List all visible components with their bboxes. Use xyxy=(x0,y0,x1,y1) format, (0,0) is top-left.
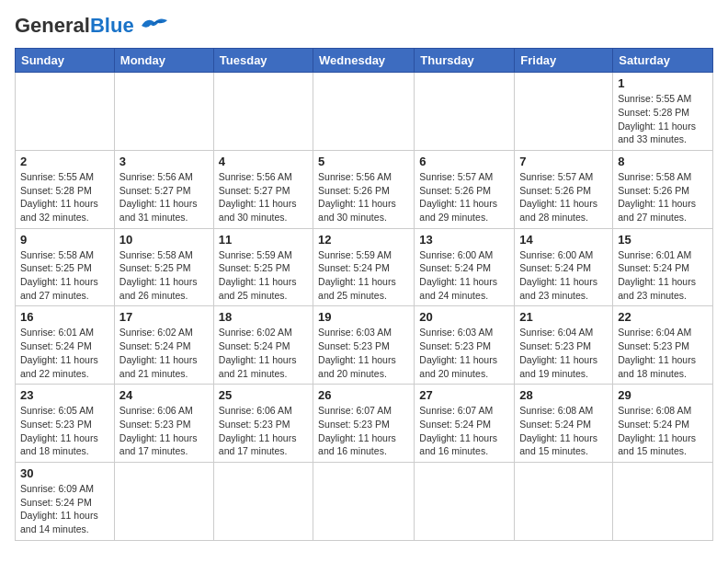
calendar-cell xyxy=(515,73,613,151)
calendar-cell: 9Sunrise: 5:58 AM Sunset: 5:25 PM Daylig… xyxy=(16,228,115,306)
day-info: Sunrise: 6:04 AM Sunset: 5:23 PM Dayligh… xyxy=(519,326,608,380)
calendar-cell: 14Sunrise: 6:00 AM Sunset: 5:24 PM Dayli… xyxy=(515,228,613,306)
day-header-thursday: Thursday xyxy=(415,49,515,73)
logo-text-blue: Blue xyxy=(90,14,134,37)
calendar-cell xyxy=(613,462,713,540)
logo: GeneralBlue xyxy=(15,15,171,37)
calendar-week-row: 23Sunrise: 6:05 AM Sunset: 5:23 PM Dayli… xyxy=(16,385,713,463)
calendar-cell: 23Sunrise: 6:05 AM Sunset: 5:23 PM Dayli… xyxy=(16,385,115,463)
day-info: Sunrise: 6:05 AM Sunset: 5:23 PM Dayligh… xyxy=(20,404,109,458)
calendar-week-row: 30Sunrise: 6:09 AM Sunset: 5:24 PM Dayli… xyxy=(16,462,713,540)
calendar-cell: 3Sunrise: 5:56 AM Sunset: 5:27 PM Daylig… xyxy=(114,150,213,228)
calendar-cell: 1Sunrise: 5:55 AM Sunset: 5:28 PM Daylig… xyxy=(613,73,713,151)
calendar-cell: 30Sunrise: 6:09 AM Sunset: 5:24 PM Dayli… xyxy=(16,462,115,540)
calendar-cell: 24Sunrise: 6:06 AM Sunset: 5:23 PM Dayli… xyxy=(114,385,213,463)
day-info: Sunrise: 5:57 AM Sunset: 5:26 PM Dayligh… xyxy=(419,170,509,224)
calendar-week-row: 1Sunrise: 5:55 AM Sunset: 5:28 PM Daylig… xyxy=(16,73,713,151)
calendar-cell xyxy=(415,462,515,540)
day-info: Sunrise: 6:01 AM Sunset: 5:24 PM Dayligh… xyxy=(20,326,109,380)
calendar-cell: 21Sunrise: 6:04 AM Sunset: 5:23 PM Dayli… xyxy=(515,306,613,385)
calendar-cell xyxy=(114,462,213,540)
calendar-table: SundayMondayTuesdayWednesdayThursdayFrid… xyxy=(15,48,713,541)
day-number: 22 xyxy=(618,310,708,324)
day-info: Sunrise: 6:03 AM Sunset: 5:23 PM Dayligh… xyxy=(318,326,409,380)
calendar-cell: 6Sunrise: 5:57 AM Sunset: 5:26 PM Daylig… xyxy=(415,150,515,228)
day-header-tuesday: Tuesday xyxy=(213,49,313,73)
day-number: 9 xyxy=(20,233,109,247)
day-info: Sunrise: 5:55 AM Sunset: 5:28 PM Dayligh… xyxy=(20,170,109,224)
day-number: 10 xyxy=(119,233,209,247)
calendar-cell: 20Sunrise: 6:03 AM Sunset: 5:23 PM Dayli… xyxy=(415,306,515,385)
calendar-header-row: SundayMondayTuesdayWednesdayThursdayFrid… xyxy=(16,49,713,73)
calendar-cell xyxy=(515,462,613,540)
day-number: 24 xyxy=(119,388,209,402)
calendar-cell: 25Sunrise: 6:06 AM Sunset: 5:23 PM Dayli… xyxy=(213,385,313,463)
day-info: Sunrise: 6:01 AM Sunset: 5:24 PM Dayligh… xyxy=(618,248,708,303)
day-number: 27 xyxy=(419,388,509,402)
day-number: 29 xyxy=(618,388,708,402)
day-header-monday: Monday xyxy=(114,49,213,73)
logo-text-general: GeneralBlue xyxy=(15,15,134,37)
day-number: 19 xyxy=(318,310,409,324)
calendar-cell: 27Sunrise: 6:07 AM Sunset: 5:24 PM Dayli… xyxy=(415,385,515,463)
day-number: 17 xyxy=(119,310,209,324)
calendar-cell: 22Sunrise: 6:04 AM Sunset: 5:23 PM Dayli… xyxy=(613,306,713,385)
calendar-cell: 11Sunrise: 5:59 AM Sunset: 5:25 PM Dayli… xyxy=(213,228,313,306)
day-info: Sunrise: 5:56 AM Sunset: 5:26 PM Dayligh… xyxy=(318,170,409,224)
day-header-saturday: Saturday xyxy=(613,49,713,73)
calendar-cell: 7Sunrise: 5:57 AM Sunset: 5:26 PM Daylig… xyxy=(515,150,613,228)
day-number: 30 xyxy=(20,466,109,480)
day-info: Sunrise: 6:07 AM Sunset: 5:23 PM Dayligh… xyxy=(318,404,409,458)
day-info: Sunrise: 6:02 AM Sunset: 5:24 PM Dayligh… xyxy=(119,326,209,380)
header: GeneralBlue xyxy=(15,15,713,37)
calendar-cell: 28Sunrise: 6:08 AM Sunset: 5:24 PM Dayli… xyxy=(515,385,613,463)
calendar-cell xyxy=(213,73,313,151)
calendar-cell: 18Sunrise: 6:02 AM Sunset: 5:24 PM Dayli… xyxy=(213,306,313,385)
day-info: Sunrise: 5:59 AM Sunset: 5:25 PM Dayligh… xyxy=(219,248,308,303)
calendar-week-row: 2Sunrise: 5:55 AM Sunset: 5:28 PM Daylig… xyxy=(16,150,713,228)
day-number: 23 xyxy=(20,388,109,402)
calendar-cell xyxy=(313,73,415,151)
day-header-wednesday: Wednesday xyxy=(313,49,415,73)
day-number: 14 xyxy=(519,233,608,247)
day-number: 11 xyxy=(219,233,308,247)
day-number: 28 xyxy=(519,388,608,402)
day-number: 8 xyxy=(618,155,708,168)
day-info: Sunrise: 5:58 AM Sunset: 5:25 PM Dayligh… xyxy=(20,248,109,303)
day-info: Sunrise: 6:08 AM Sunset: 5:24 PM Dayligh… xyxy=(519,404,608,458)
calendar-cell: 29Sunrise: 6:08 AM Sunset: 5:24 PM Dayli… xyxy=(613,385,713,463)
calendar-cell: 5Sunrise: 5:56 AM Sunset: 5:26 PM Daylig… xyxy=(313,150,415,228)
calendar-cell: 13Sunrise: 6:00 AM Sunset: 5:24 PM Dayli… xyxy=(415,228,515,306)
day-info: Sunrise: 5:57 AM Sunset: 5:26 PM Dayligh… xyxy=(519,170,608,224)
day-number: 1 xyxy=(618,76,708,90)
day-number: 5 xyxy=(318,155,409,168)
day-number: 12 xyxy=(318,233,409,247)
calendar-week-row: 16Sunrise: 6:01 AM Sunset: 5:24 PM Dayli… xyxy=(16,306,713,385)
calendar-cell xyxy=(213,462,313,540)
day-number: 16 xyxy=(20,310,109,324)
calendar-cell: 26Sunrise: 6:07 AM Sunset: 5:23 PM Dayli… xyxy=(313,385,415,463)
calendar-cell: 17Sunrise: 6:02 AM Sunset: 5:24 PM Dayli… xyxy=(114,306,213,385)
day-info: Sunrise: 6:00 AM Sunset: 5:24 PM Dayligh… xyxy=(519,248,608,303)
day-info: Sunrise: 5:58 AM Sunset: 5:25 PM Dayligh… xyxy=(119,248,209,303)
logo-bird-icon xyxy=(138,15,171,37)
day-number: 20 xyxy=(419,310,509,324)
day-header-friday: Friday xyxy=(515,49,613,73)
day-number: 21 xyxy=(519,310,608,324)
calendar-cell xyxy=(114,73,213,151)
calendar-cell: 8Sunrise: 5:58 AM Sunset: 5:26 PM Daylig… xyxy=(613,150,713,228)
day-info: Sunrise: 6:07 AM Sunset: 5:24 PM Dayligh… xyxy=(419,404,509,458)
calendar-cell: 19Sunrise: 6:03 AM Sunset: 5:23 PM Dayli… xyxy=(313,306,415,385)
day-info: Sunrise: 6:09 AM Sunset: 5:24 PM Dayligh… xyxy=(20,482,109,536)
day-number: 3 xyxy=(119,155,209,168)
day-info: Sunrise: 5:56 AM Sunset: 5:27 PM Dayligh… xyxy=(119,170,209,224)
day-info: Sunrise: 6:02 AM Sunset: 5:24 PM Dayligh… xyxy=(219,326,308,380)
day-number: 25 xyxy=(219,388,308,402)
day-info: Sunrise: 6:04 AM Sunset: 5:23 PM Dayligh… xyxy=(618,326,708,380)
day-info: Sunrise: 5:59 AM Sunset: 5:24 PM Dayligh… xyxy=(318,248,409,303)
day-info: Sunrise: 6:00 AM Sunset: 5:24 PM Dayligh… xyxy=(419,248,509,303)
day-number: 15 xyxy=(618,233,708,247)
day-number: 2 xyxy=(20,155,109,168)
calendar-cell xyxy=(313,462,415,540)
day-info: Sunrise: 5:56 AM Sunset: 5:27 PM Dayligh… xyxy=(219,170,308,224)
